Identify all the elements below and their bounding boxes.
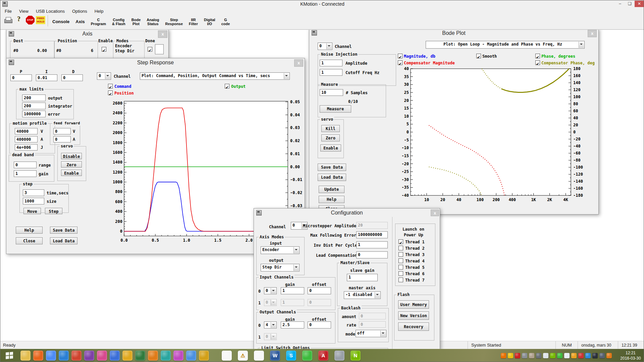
menu-item-view[interactable]: View [16,8,32,15]
output-row0-channel-select[interactable]: 4 [264,321,277,328]
onedrive-icon[interactable] [564,353,570,358]
ff-accel-field[interactable]: 0 [53,136,71,142]
update-button[interactable]: Update [319,186,344,193]
bode-channel-select[interactable]: 0 [318,43,332,50]
input-row0-offset-field[interactable]: 0 [308,287,331,294]
servo-disable-button[interactable]: Disable [61,153,82,159]
language-flag-icon[interactable] [543,353,548,358]
word-icon[interactable]: W [270,351,280,361]
d-field[interactable]: 0 [61,74,83,81]
thread-1-checkbox[interactable] [398,239,403,244]
bode-load-data-button[interactable]: Load Data [318,174,346,181]
twitter-icon[interactable] [186,351,196,361]
phase-checkbox[interactable] [535,54,540,58]
input-row0-gain-field[interactable]: 1 [281,287,304,294]
step-load-data-button[interactable]: Load Data [50,237,77,244]
notes-icon[interactable] [199,351,209,361]
input-mode-select[interactable]: Encoder [261,246,300,254]
bode-help-button[interactable]: Help [319,196,344,203]
new-version-button[interactable]: New Version [398,311,429,320]
measure-button[interactable]: Measure [320,105,351,113]
acrobat-icon[interactable]: A [318,351,328,361]
velocity-field[interactable]: 40000 [15,128,38,134]
max-error-field[interactable]: 1000000 [22,111,46,117]
noise-amplitude-field[interactable]: 1 [320,60,342,66]
security-shield-icon[interactable] [571,353,577,358]
servo-enable-button[interactable]: Enable [61,170,82,176]
bode-plot-select[interactable]: Plot: Open Loop - Magnitude and Phase vs… [426,41,585,49]
thread-7-checkbox[interactable] [398,278,403,282]
toolbar-button-config-flash[interactable]: Config& Flash [110,16,128,28]
step-close-icon[interactable]: x [294,59,303,67]
menu-item-options[interactable]: Options [69,8,90,15]
input-row0-channel-select[interactable]: 0 [264,287,277,294]
audio-manager-icon[interactable] [606,353,612,358]
menu-item-usb-locations[interactable]: USB Locations [33,8,68,15]
noise-cutoff-field[interactable]: 1 [320,69,342,76]
step-size-field[interactable]: 1000 [23,198,44,204]
smooth-checkbox[interactable] [476,54,481,58]
backlash-mode-select[interactable]: off [356,330,386,337]
inv-dist-field[interactable]: 1 [356,241,388,248]
thread-6-checkbox[interactable] [398,271,403,276]
magnitude-checkbox[interactable] [398,54,402,58]
servo-zero-button[interactable]: Zero [61,161,82,168]
toolbar-button-g-code[interactable]: Gcode [219,16,232,28]
keyboard-layout-icon[interactable] [536,353,541,358]
mail-icon[interactable] [110,351,120,361]
dead-band-gain-field[interactable]: 1 [14,170,37,177]
max-integrator-field[interactable]: 200 [22,103,46,109]
axis-close-icon[interactable]: x [158,31,167,38]
kill-button[interactable]: Kill [321,125,340,132]
p-field[interactable]: 0 [10,74,32,81]
browser-icon[interactable] [59,351,69,361]
lead-comp-field[interactable]: 0 [356,251,388,258]
touch-input-icon[interactable] [529,353,534,358]
toolbar-button-step-response[interactable]: StepResponse [163,16,185,28]
toolbar-button-console[interactable]: Console [50,16,72,28]
config-close-icon[interactable]: x [431,209,439,216]
stop-icon[interactable]: STOP [26,16,35,24]
max-following-field[interactable]: 1000000000 [356,231,388,238]
samples-field[interactable]: 10 [320,89,343,96]
maximize-button[interactable]: ❏ [625,1,635,7]
minimize-button[interactable]: – [615,1,625,7]
taskbar-clock[interactable]: 12:21 2016-03-30 [619,350,643,361]
step-time-field[interactable]: 3 [23,189,44,196]
menu-item-help[interactable]: Help [92,8,107,15]
print-utility-icon[interactable] [334,351,344,361]
volume-mixer-icon[interactable] [522,353,527,358]
sync-green-icon[interactable] [557,353,562,358]
help-icon[interactable]: ? [17,15,24,25]
command-checkbox[interactable] [108,84,113,88]
bode-save-data-button[interactable]: Save Data [318,164,346,171]
output-row0-offset-field[interactable]: 0 [308,321,331,328]
jerk-field[interactable]: 4e+006 [15,144,38,150]
nvidia-settings-icon[interactable] [550,353,555,358]
internet-explorer-icon[interactable] [585,353,591,358]
notepad-doc-icon[interactable] [222,351,232,361]
photos-icon[interactable] [97,351,107,361]
slave-gain-field[interactable]: 1 [347,274,378,281]
start-button[interactable] [2,350,18,362]
accel-field[interactable]: 400000 [15,136,38,142]
step-close-button[interactable]: Close [16,237,43,244]
toolbar-button-digital-io[interactable]: DigitalI/O [202,16,218,28]
bode-close-icon[interactable]: x [588,30,597,37]
media-player-icon[interactable] [84,351,94,361]
updater-icon[interactable] [578,353,584,358]
output-mode-select[interactable]: Step Dir [261,264,300,272]
firefox-icon[interactable] [33,351,43,361]
adobe-update-icon[interactable] [515,353,520,358]
skype-icon[interactable]: S [286,351,296,361]
thread-5-checkbox[interactable] [398,265,403,269]
messenger-icon[interactable] [161,351,171,361]
output-row0-gain-field[interactable]: 2.5 [281,321,304,328]
file-explorer-icon[interactable] [20,351,31,361]
user-memory-button[interactable]: User Memory [398,300,429,309]
position-checkbox[interactable] [108,90,113,95]
java-icon[interactable] [501,353,506,358]
opera-icon[interactable] [71,351,82,361]
close-button[interactable]: ✕ [635,1,644,7]
print-icon[interactable] [4,16,12,24]
